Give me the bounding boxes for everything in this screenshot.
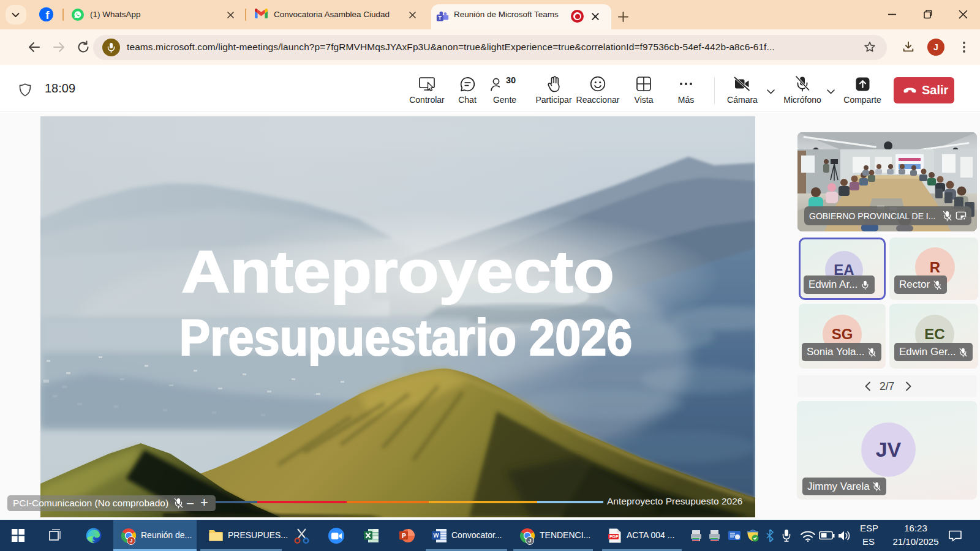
svg-text:PDF: PDF: [609, 534, 619, 539]
